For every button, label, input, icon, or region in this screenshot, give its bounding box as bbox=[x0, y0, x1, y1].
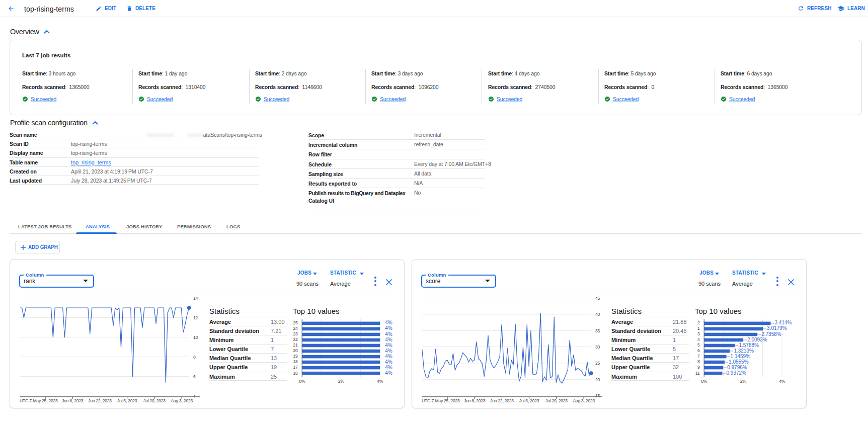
svg-text:May 25, 2023: May 25, 2023 bbox=[33, 398, 58, 403]
svg-text:4%: 4% bbox=[385, 320, 392, 325]
svg-text:1.0555%: 1.0555% bbox=[729, 359, 749, 365]
svg-text:45: 45 bbox=[595, 296, 600, 301]
svg-text:17: 17 bbox=[293, 365, 298, 370]
svg-text:3.414%: 3.414% bbox=[775, 320, 792, 325]
svg-text:4: 4 bbox=[697, 337, 700, 342]
svg-text:Jun 22, 2023: Jun 22, 2023 bbox=[88, 398, 112, 403]
svg-text:Jun 8, 2023: Jun 8, 2023 bbox=[464, 398, 486, 403]
svg-text:2: 2 bbox=[697, 320, 700, 325]
svg-text:22: 22 bbox=[293, 337, 298, 342]
svg-text:Jul 20, 2023: Jul 20, 2023 bbox=[143, 398, 166, 403]
svg-text:3.0179%: 3.0179% bbox=[767, 325, 787, 331]
svg-text:2%: 2% bbox=[740, 379, 747, 384]
svg-text:0%: 0% bbox=[299, 379, 305, 384]
svg-text:20: 20 bbox=[595, 377, 600, 382]
svg-text:23: 23 bbox=[293, 331, 298, 336]
svg-text:7: 7 bbox=[697, 354, 700, 359]
svg-text:10: 10 bbox=[193, 335, 198, 340]
svg-text:4%: 4% bbox=[385, 325, 392, 331]
svg-text:25: 25 bbox=[293, 320, 298, 325]
svg-text:8: 8 bbox=[697, 359, 700, 364]
svg-text:11: 11 bbox=[695, 371, 700, 376]
svg-text:0.9372%: 0.9372% bbox=[727, 370, 747, 376]
svg-text:14: 14 bbox=[193, 296, 198, 301]
svg-text:1.1459%: 1.1459% bbox=[731, 354, 751, 359]
svg-text:1: 1 bbox=[697, 326, 700, 331]
svg-text:2.7358%: 2.7358% bbox=[761, 331, 781, 337]
svg-text:6: 6 bbox=[193, 374, 196, 379]
svg-text:8: 8 bbox=[193, 355, 196, 360]
svg-text:4%: 4% bbox=[385, 370, 392, 376]
svg-text:Jun 8, 2023: Jun 8, 2023 bbox=[62, 398, 84, 403]
svg-text:May 25, 2023: May 25, 2023 bbox=[435, 398, 460, 403]
svg-text:UTC-7: UTC-7 bbox=[422, 398, 434, 403]
svg-text:2.0093%: 2.0093% bbox=[747, 337, 767, 342]
svg-text:2%: 2% bbox=[338, 379, 345, 384]
svg-text:20: 20 bbox=[293, 348, 298, 353]
svg-text:4%: 4% bbox=[779, 379, 785, 384]
svg-text:6: 6 bbox=[697, 348, 700, 353]
svg-text:3: 3 bbox=[697, 331, 700, 336]
svg-text:4: 4 bbox=[193, 394, 196, 399]
svg-text:15: 15 bbox=[595, 393, 600, 398]
svg-text:16: 16 bbox=[293, 371, 298, 376]
svg-text:Aug 3, 2023: Aug 3, 2023 bbox=[171, 398, 193, 403]
svg-text:35: 35 bbox=[595, 328, 600, 333]
svg-text:Jul 6, 2023: Jul 6, 2023 bbox=[117, 398, 137, 403]
svg-text:Jul 6, 2023: Jul 6, 2023 bbox=[519, 398, 539, 403]
svg-text:4%: 4% bbox=[385, 354, 392, 359]
svg-text:19: 19 bbox=[293, 354, 298, 359]
svg-text:25: 25 bbox=[595, 361, 600, 366]
svg-text:40: 40 bbox=[595, 312, 600, 317]
svg-text:4%: 4% bbox=[385, 337, 392, 342]
svg-text:1.5788%: 1.5788% bbox=[739, 342, 759, 348]
svg-text:4%: 4% bbox=[377, 379, 383, 384]
svg-text:21: 21 bbox=[293, 342, 298, 348]
svg-text:4%: 4% bbox=[385, 359, 392, 365]
svg-text:Aug 3, 2023: Aug 3, 2023 bbox=[573, 398, 595, 403]
svg-text:12: 12 bbox=[193, 315, 198, 320]
svg-text:18: 18 bbox=[293, 359, 298, 364]
svg-text:9: 9 bbox=[697, 365, 700, 370]
svg-text:Jul 20, 2023: Jul 20, 2023 bbox=[545, 398, 568, 403]
svg-text:0.9796%: 0.9796% bbox=[727, 365, 747, 370]
svg-text:4%: 4% bbox=[385, 348, 392, 354]
svg-text:24: 24 bbox=[293, 326, 298, 331]
svg-text:4%: 4% bbox=[385, 365, 392, 370]
svg-text:4%: 4% bbox=[385, 342, 392, 348]
svg-text:Jun 22, 2023: Jun 22, 2023 bbox=[490, 398, 514, 403]
svg-text:30: 30 bbox=[595, 344, 600, 350]
svg-text:5: 5 bbox=[697, 342, 700, 348]
svg-text:UTC-7: UTC-7 bbox=[20, 398, 32, 403]
svg-text:4%: 4% bbox=[385, 331, 392, 337]
svg-text:1.3213%: 1.3213% bbox=[734, 348, 754, 354]
svg-text:0%: 0% bbox=[701, 379, 707, 384]
